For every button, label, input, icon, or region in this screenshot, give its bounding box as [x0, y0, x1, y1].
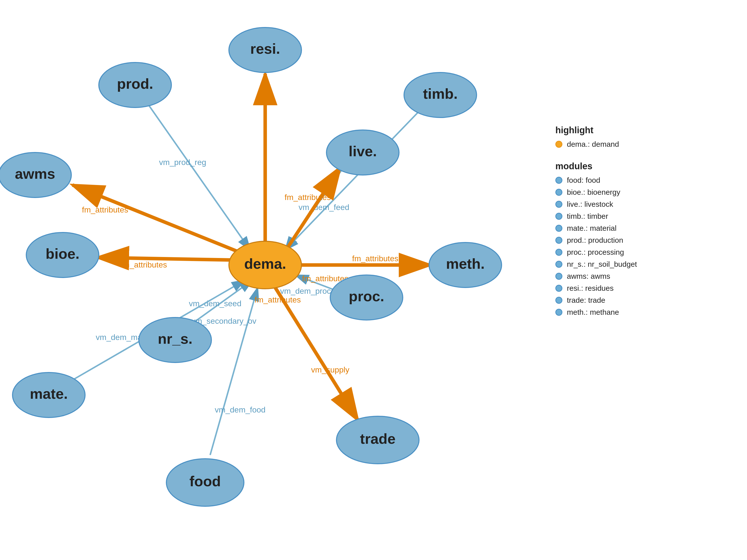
node-label-timb: timb. [423, 85, 458, 102]
legend-module-label: trade: trade [567, 296, 605, 304]
legend-dot-blue [556, 285, 562, 292]
legend-module-item: nr_s.: nr_soil_budget [556, 260, 742, 268]
node-label-nrs: nr_s. [158, 330, 192, 347]
edge-label-food-dema: vm_dem_food [215, 405, 266, 414]
edge-label-dema-trade: vm_supply [311, 365, 350, 374]
legend-module-item: mate.: material [556, 224, 742, 233]
edge-label-dema-meth: fm_attributes [352, 254, 398, 263]
legend-dot-blue [556, 213, 562, 220]
legend-module-label: proc.: processing [567, 248, 624, 257]
legend-highlight-label: dema.: demand [567, 140, 619, 149]
legend-module-label: resi.: residues [567, 284, 614, 293]
edge-label-prod-dema: vm_prod_reg [159, 158, 206, 167]
edge-dema-bioe [98, 258, 233, 260]
legend-dot-blue [556, 297, 562, 304]
legend-module-item: live.: livestock [556, 200, 742, 209]
edge-label-live-dema: vm_dem_feed [299, 203, 350, 212]
legend-dot-blue [556, 237, 562, 244]
edge-label-center-orange1: fm_attributes [255, 295, 301, 304]
highlight-title: highlight [556, 125, 742, 135]
legend-module-item: timb.: timber [556, 212, 742, 220]
node-label-proc: proc. [349, 288, 384, 304]
legend-dot-blue [556, 273, 562, 280]
edge-label-dema-bioe: fm_attributes [121, 260, 167, 269]
node-label-dema: dema. [244, 256, 286, 272]
node-label-awms: awms [15, 165, 55, 182]
legend-module-item: meth.: methane [556, 308, 742, 317]
legend-module-label: food: food [567, 176, 600, 185]
legend-dot-blue [556, 249, 562, 256]
legend-dot-blue [556, 261, 562, 268]
legend-module-label: bioe.: bioenergy [567, 188, 620, 196]
edge-food-dema [210, 288, 258, 455]
legend-dot-orange [556, 141, 562, 148]
legend-modules: food: foodbioe.: bioenergylive.: livesto… [556, 176, 742, 317]
legend-module-item: resi.: residues [556, 284, 742, 293]
edge-prod-dema [145, 100, 250, 250]
legend-module-item: awms: awms [556, 272, 742, 281]
legend-module-label: meth.: methane [567, 308, 619, 317]
edge-label-nrs-dema: vm_dem_seed [189, 299, 241, 308]
legend-module-item: trade: trade [556, 296, 742, 304]
legend-module-label: awms: awms [567, 272, 610, 281]
legend-module-item: food: food [556, 176, 742, 185]
legend-module-label: mate.: material [567, 224, 616, 233]
node-label-bioe: bioe. [46, 245, 79, 262]
legend-dot-blue [556, 189, 562, 196]
node-label-prod: prod. [117, 76, 153, 92]
legend-module-label: nr_s.: nr_soil_budget [567, 260, 637, 268]
graph-container: vm_prod_reg and_ext vm_dem_feed vm_dem_p… [0, 0, 550, 560]
node-label-resi: resi. [250, 41, 280, 57]
legend-dot-blue [556, 177, 562, 184]
edge-label-dema-awms: fm_attributes [82, 205, 128, 214]
node-label-food: food [189, 473, 221, 489]
node-label-meth: meth. [446, 256, 485, 272]
legend-dot-blue [556, 309, 562, 316]
legend-module-label: prod.: production [567, 236, 623, 244]
legend-highlight-item: dema.: demand [556, 140, 742, 149]
legend-dot-blue [556, 225, 562, 232]
node-label-live: live. [349, 143, 377, 159]
modules-title: modules [556, 161, 742, 171]
edge-dema-awms [73, 185, 240, 252]
legend-container: highlight dema.: demand modules food: fo… [550, 120, 747, 325]
edge-label-dema-live: fm_attributes [285, 193, 331, 202]
legend-module-item: proc.: processing [556, 248, 742, 257]
node-label-mate: mate. [30, 385, 68, 402]
legend-module-label: timb.: timber [567, 212, 608, 220]
legend-module-item: prod.: production [556, 236, 742, 244]
legend-dot-blue [556, 201, 562, 208]
legend-module-label: live.: livestock [567, 200, 613, 209]
node-label-trade: trade [360, 430, 395, 447]
edge-label-proc-dema: vm_dem_proce [280, 287, 335, 295]
legend-module-item: bioe.: bioenergy [556, 188, 742, 196]
